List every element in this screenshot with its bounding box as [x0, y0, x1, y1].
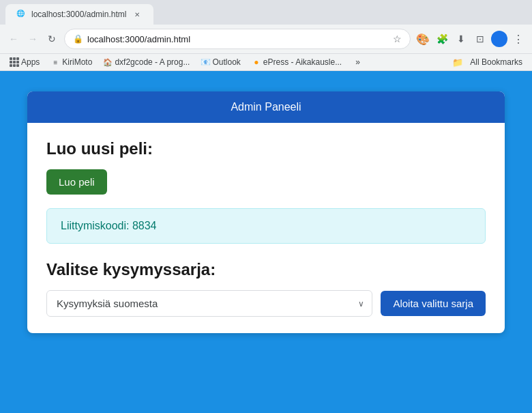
tab-bar: 🌐 localhost:3000/admin.html ✕ — [0, 0, 532, 25]
bookmark-dxf2gcode-label: dxf2gcode - A prog... — [115, 57, 190, 67]
active-tab[interactable]: 🌐 localhost:3000/admin.html ✕ — [5, 4, 153, 25]
reload-button[interactable]: ↻ — [44, 31, 60, 47]
bookmark-dxf2gcode[interactable]: 🏠 dxf2gcode - A prog... — [99, 56, 194, 68]
apps-grid-icon — [10, 57, 19, 67]
tab-manager-icon[interactable]: ⊡ — [472, 31, 488, 47]
dxf2gcode-favicon: 🏠 — [103, 57, 113, 67]
bookmarks-more-button[interactable]: » — [351, 56, 364, 68]
bookmark-epress[interactable]: ● ePress - Aikakausle... — [248, 56, 346, 68]
tab-close-button[interactable]: ✕ — [132, 9, 143, 20]
series-select-wrapper: Kysymyksiä suomesta Historia Tiede Urhei… — [46, 290, 372, 317]
nav-buttons: ← → ↻ — [5, 31, 60, 47]
address-url-text: localhost:3000/admin.html — [87, 34, 389, 44]
bookmark-apps[interactable]: Apps — [5, 56, 44, 68]
bookmarks-bar: Apps ≡ KiriMoto 🏠 dxf2gcode - A prog... … — [0, 54, 532, 71]
browser-toolbar: ← → ↻ 🔒 localhost:3000/admin.html ☆ 🎨 🧩 … — [0, 25, 532, 54]
create-section-title: Luo uusi peli: — [46, 139, 486, 158]
extension-icon[interactable]: 🧩 — [434, 31, 450, 47]
back-button[interactable]: ← — [5, 31, 22, 47]
admin-body: Luo uusi peli: Luo peli Liittymiskoodi: … — [27, 123, 505, 333]
profile-icon[interactable] — [491, 31, 507, 47]
admin-card: Admin Paneeli Luo uusi peli: Luo peli Li… — [27, 91, 505, 333]
bookmark-epress-label: ePress - Aikakausle... — [263, 57, 342, 67]
create-game-button[interactable]: Luo peli — [46, 169, 107, 195]
bookmark-kirimoto[interactable]: ≡ KiriMoto — [46, 56, 96, 68]
bookmarks-right: 📁 All Bookmarks — [452, 56, 527, 68]
bookmarks-more-label: » — [355, 57, 360, 67]
colorful-icon: 🎨 — [415, 31, 431, 47]
bookmark-apps-label: Apps — [21, 57, 40, 67]
page-background: Admin Paneeli Luo uusi peli: Luo peli Li… — [0, 71, 532, 413]
series-select[interactable]: Kysymyksiä suomesta Historia Tiede Urhei… — [46, 290, 372, 317]
address-bar[interactable]: 🔒 localhost:3000/admin.html ☆ — [64, 29, 411, 49]
join-code-text: Liittymiskoodi: 8834 — [61, 220, 157, 231]
series-row: Kysymyksiä suomesta Historia Tiede Urhei… — [46, 290, 486, 317]
folder-icon: 📁 — [452, 57, 463, 68]
toolbar-icons: 🎨 🧩 ⬇ ⊡ ⋮ — [415, 31, 527, 47]
start-series-button[interactable]: Aloita valittu sarja — [381, 291, 486, 316]
series-section-title: Valitse kysymyssarja: — [46, 260, 486, 279]
admin-header: Admin Paneeli — [27, 91, 505, 123]
bookmark-outlook[interactable]: 📧 Outlook — [196, 56, 244, 68]
download-icon[interactable]: ⬇ — [453, 31, 469, 47]
menu-icon[interactable]: ⋮ — [510, 31, 527, 47]
bookmark-kirimoto-label: KiriMoto — [62, 57, 92, 67]
tab-title: localhost:3000/admin.html — [31, 10, 126, 19]
bookmark-outlook-label: Outlook — [212, 57, 240, 67]
tab-favicon: 🌐 — [16, 10, 26, 19]
all-bookmarks-label[interactable]: All Bookmarks — [466, 56, 527, 68]
epress-favicon: ● — [252, 57, 261, 67]
star-icon[interactable]: ☆ — [393, 33, 402, 44]
lock-icon: 🔒 — [73, 34, 83, 44]
forward-button[interactable]: → — [25, 31, 41, 47]
kirimoto-favicon: ≡ — [50, 57, 60, 67]
outlook-favicon: 📧 — [201, 57, 210, 67]
admin-header-title: Admin Paneeli — [231, 101, 301, 113]
join-code-box: Liittymiskoodi: 8834 — [46, 208, 486, 244]
